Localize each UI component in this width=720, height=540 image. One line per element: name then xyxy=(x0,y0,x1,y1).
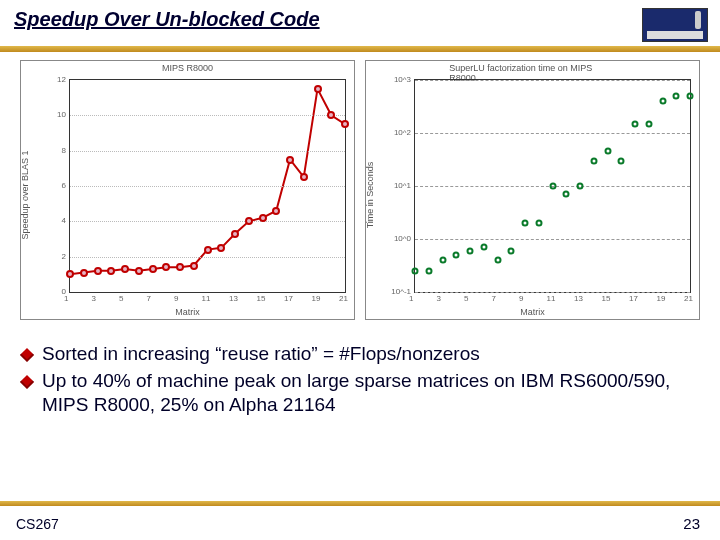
page-number: 23 xyxy=(683,515,700,532)
logo xyxy=(642,8,708,42)
bullet-icon xyxy=(20,348,34,362)
divider-bottom xyxy=(0,501,720,506)
chart-right-xlabel: Matrix xyxy=(520,307,545,317)
bullet-icon xyxy=(20,375,34,389)
chart-left: MIPS R8000 Speedup over BLAS 1 Matrix 02… xyxy=(20,60,355,320)
footer-course: CS267 xyxy=(16,516,59,532)
chart-left-xlabel: Matrix xyxy=(175,307,200,317)
divider-top xyxy=(0,46,720,52)
chart-right: SuperLU factorization time on MIPS R8000… xyxy=(365,60,700,320)
chart-left-ylabel: Speedup over BLAS 1 xyxy=(20,150,30,239)
bullet-text: Up to 40% of machine peak on large spars… xyxy=(42,369,702,418)
bullet-text: Sorted in increasing “reuse ratio” = #Fl… xyxy=(42,342,702,367)
chart-left-title: MIPS R8000 xyxy=(162,63,213,73)
page-title: Speedup Over Un-blocked Code xyxy=(0,0,720,35)
bullet-list: Sorted in increasing “reuse ratio” = #Fl… xyxy=(18,340,702,420)
chart-right-ylabel: Time in Seconds xyxy=(365,162,375,229)
